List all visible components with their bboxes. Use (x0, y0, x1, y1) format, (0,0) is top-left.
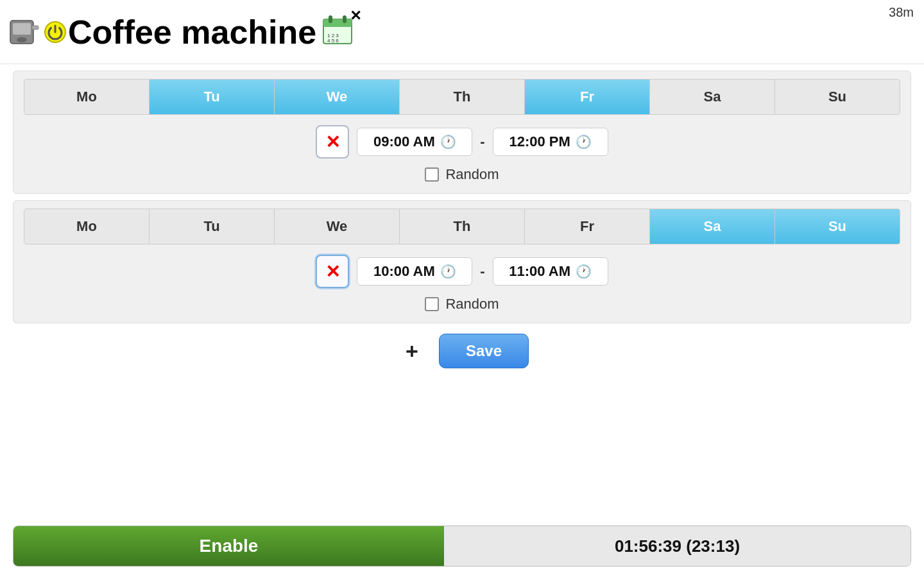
calendar-icon-wrapper[interactable]: 1 2 3 4 5 6 ✕ (321, 14, 355, 50)
footer-bar: Enable 01:56:39 (23:13) (13, 526, 911, 567)
enable-button[interactable]: Enable (13, 526, 444, 566)
day-tu-1[interactable]: Tu (150, 80, 275, 114)
delete-button-1[interactable]: ✕ (316, 125, 349, 158)
time-end-value-2: 11:00 AM (509, 263, 570, 280)
main-content: Mo Tu We Th Fr Sa Su ✕ 09:00 AM 🕐 - 12:0… (0, 64, 924, 379)
random-row-2: Random (24, 296, 900, 312)
day-fr-2[interactable]: Fr (525, 209, 650, 244)
bottom-bar: + Save (13, 330, 911, 372)
time-start-2[interactable]: 10:00 AM 🕐 (357, 257, 472, 286)
random-checkbox-1[interactable] (425, 167, 439, 182)
days-row-2: Mo Tu We Th Fr Sa Su (24, 209, 900, 244)
header-icons (8, 15, 67, 49)
clock-icon-4: 🕐 (576, 264, 592, 279)
device-icon (8, 15, 41, 49)
dash-2: - (480, 263, 484, 280)
delete-button-2[interactable]: ✕ (316, 255, 349, 288)
time-row-1: ✕ 09:00 AM 🕐 - 12:00 PM 🕐 (24, 125, 900, 158)
time-start-value-2: 10:00 AM (373, 263, 435, 280)
random-row-1: Random (24, 166, 900, 183)
svg-rect-7 (329, 15, 332, 23)
header: Coffee machine 1 2 3 4 5 6 ✕ 38m (0, 0, 924, 64)
page-title: Coffee machine (68, 13, 316, 51)
power-icon (44, 21, 67, 44)
day-mo-2[interactable]: Mo (24, 209, 150, 244)
day-th-1[interactable]: Th (400, 80, 525, 114)
day-we-2[interactable]: We (275, 209, 400, 244)
day-tu-2[interactable]: Tu (150, 209, 275, 244)
time-row-2: ✕ 10:00 AM 🕐 - 11:00 AM 🕐 (24, 255, 900, 288)
clock-icon-2: 🕐 (576, 134, 592, 150)
day-fr-1[interactable]: Fr (525, 80, 650, 114)
time-end-1[interactable]: 12:00 PM 🕐 (493, 128, 608, 156)
days-row-1: Mo Tu We Th Fr Sa Su (24, 79, 900, 115)
svg-rect-3 (32, 26, 38, 30)
day-th-2[interactable]: Th (400, 209, 525, 244)
day-sa-1[interactable]: Sa (650, 80, 775, 114)
svg-rect-8 (343, 15, 346, 23)
svg-rect-6 (323, 19, 352, 27)
svg-point-2 (17, 37, 27, 42)
save-button[interactable]: Save (439, 334, 529, 368)
day-su-2[interactable]: Su (775, 209, 900, 244)
footer-time-display: 01:56:39 (23:13) (444, 526, 911, 566)
schedule-block-2: Mo Tu We Th Fr Sa Su ✕ 10:00 AM 🕐 - 11:0… (13, 200, 911, 323)
day-sa-2[interactable]: Sa (650, 209, 775, 244)
clock-icon-3: 🕐 (440, 264, 456, 279)
time-start-1[interactable]: 09:00 AM 🕐 (357, 128, 472, 156)
close-icon[interactable]: ✕ (350, 9, 361, 23)
random-checkbox-2[interactable] (425, 297, 439, 311)
day-su-1[interactable]: Su (775, 80, 900, 114)
day-mo-1[interactable]: Mo (24, 80, 150, 114)
header-time: 38m (889, 5, 914, 20)
time-start-value-1: 09:00 AM (373, 133, 435, 150)
svg-text:4 5 6: 4 5 6 (327, 38, 339, 44)
time-end-value-1: 12:00 PM (509, 133, 570, 150)
day-we-1[interactable]: We (275, 80, 400, 114)
random-label-1: Random (445, 166, 499, 183)
random-label-2: Random (445, 296, 499, 312)
dash-1: - (480, 133, 484, 150)
add-button[interactable]: + (395, 334, 429, 368)
schedule-block-1: Mo Tu We Th Fr Sa Su ✕ 09:00 AM 🕐 - 12:0… (13, 71, 911, 194)
clock-icon-1: 🕐 (440, 134, 456, 150)
time-end-2[interactable]: 11:00 AM 🕐 (493, 257, 608, 286)
svg-rect-1 (13, 23, 31, 35)
